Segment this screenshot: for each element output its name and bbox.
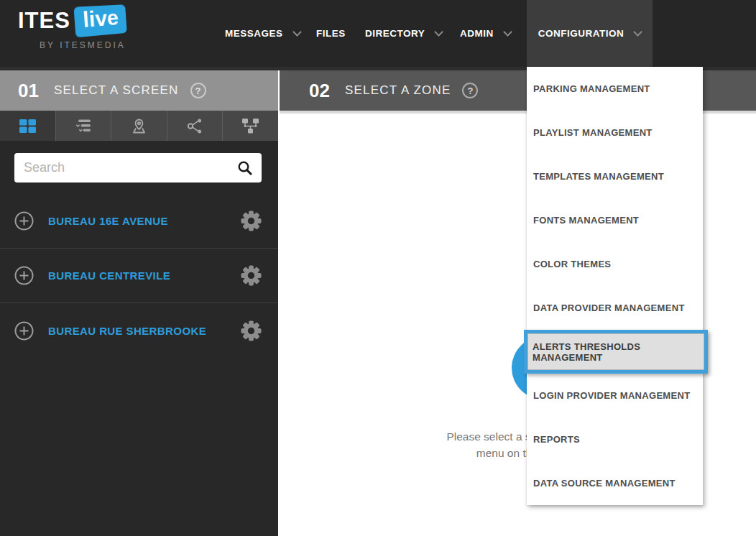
tab-grid-view[interactable] [0, 111, 56, 141]
tab-hierarchy-view[interactable] [223, 111, 278, 141]
list-view-icon [74, 117, 93, 134]
nav-item-label: DIRECTORY [365, 28, 425, 39]
gear-icon[interactable] [240, 264, 262, 287]
menu-item-reports[interactable]: REPORTS [527, 417, 703, 461]
screen-name-link[interactable]: BUREAU RUE SHERBROOKE [48, 325, 206, 337]
expand-plus-icon[interactable] [14, 266, 34, 285]
nav-item-label: MESSAGES [225, 28, 283, 39]
location-pin-icon [130, 117, 148, 135]
screen-name-link[interactable]: BUREAU CENTREVILE [48, 269, 170, 282]
help-icon[interactable]: ? [462, 83, 478, 98]
screen-name-link[interactable]: BUREAU 16E AVENUE [48, 215, 168, 227]
screen-list-body: BUREAU 16E AVENUE [0, 141, 278, 536]
hierarchy-icon [241, 116, 260, 135]
select-screen-header: 01 SELECT A SCREEN ? [0, 70, 278, 111]
nav-item-files[interactable]: FILES [316, 0, 346, 67]
menu-item-templates-management[interactable]: TEMPLATES MANAGEMENT [527, 154, 703, 198]
nav-item-directory[interactable]: DIRECTORY [365, 0, 442, 67]
gear-icon[interactable] [240, 210, 262, 232]
screen-list: BUREAU 16E AVENUE [0, 194, 278, 358]
screen-row: BUREAU 16E AVENUE [0, 194, 278, 249]
menu-item-login-provider-management[interactable]: LOGIN PROVIDER MANAGEMENT [527, 374, 703, 417]
screen-search-box [14, 153, 262, 182]
app-root: ITES live BY ITESMEDIA MESSAGES FILES DI… [0, 0, 756, 536]
nav-item-admin[interactable]: ADMIN [460, 0, 511, 67]
step-number: 01 [18, 80, 39, 102]
menu-item-color-themes[interactable]: COLOR THEMES [527, 242, 703, 286]
step-number: 02 [309, 80, 330, 102]
menu-item-parking-management[interactable]: PARKING MANAGEMENT [527, 67, 703, 111]
screen-view-toolbar [0, 111, 278, 141]
chevron-down-icon [292, 27, 302, 37]
search-icon[interactable] [237, 160, 253, 176]
menu-item-alerts-thresholds-management[interactable]: ALERTS THRESHOLDS MANAGEMENT [524, 330, 708, 374]
nav-item-configuration[interactable]: CONFIGURATION [527, 0, 653, 67]
menu-item-data-source-management[interactable]: DATA SOURCE MANAGEMENT [527, 461, 703, 505]
tab-location-view[interactable] [111, 111, 167, 141]
brand-logo[interactable]: ITES live BY ITESMEDIA [18, 6, 127, 50]
brand-badge: live [73, 4, 126, 37]
nav-item-label: ADMIN [460, 28, 494, 39]
chevron-down-icon [434, 27, 443, 37]
panel-title: SELECT A SCREEN [54, 83, 179, 98]
brand-name: ITES [18, 8, 70, 34]
menu-item-fonts-management[interactable]: FONTS MANAGEMENT [527, 198, 703, 242]
select-screen-panel: 01 SELECT A SCREEN ? [0, 70, 278, 536]
search-input[interactable] [24, 160, 237, 175]
expand-plus-icon[interactable] [14, 321, 34, 341]
gear-icon[interactable] [240, 320, 262, 342]
chevron-down-icon [633, 27, 642, 37]
nav-item-label: CONFIGURATION [538, 28, 624, 39]
tab-share-view[interactable] [167, 111, 223, 141]
panel-title: SELECT A ZONE [345, 83, 451, 98]
configuration-dropdown-menu: PARKING MANAGEMENT PLAYLIST MANAGEMENT T… [527, 67, 703, 505]
menu-item-data-provider-management[interactable]: DATA PROVIDER MANAGEMENT [527, 286, 703, 330]
share-network-icon [186, 117, 204, 135]
grid-view-icon [19, 118, 37, 134]
tab-list-view[interactable] [56, 111, 112, 141]
brand-tagline: BY ITESMEDIA [40, 40, 127, 50]
screen-row: BUREAU CENTREVILE [0, 249, 278, 303]
top-nav-bar: ITES live BY ITESMEDIA MESSAGES FILES DI… [0, 0, 756, 67]
nav-item-messages[interactable]: MESSAGES [225, 0, 300, 67]
chevron-down-icon [503, 27, 512, 37]
help-icon[interactable]: ? [190, 83, 206, 98]
screen-row: BUREAU RUE SHERBROOKE [0, 303, 278, 358]
expand-plus-icon[interactable] [14, 211, 34, 231]
menu-item-playlist-management[interactable]: PLAYLIST MANAGEMENT [527, 111, 703, 154]
nav-item-label: FILES [316, 28, 346, 39]
